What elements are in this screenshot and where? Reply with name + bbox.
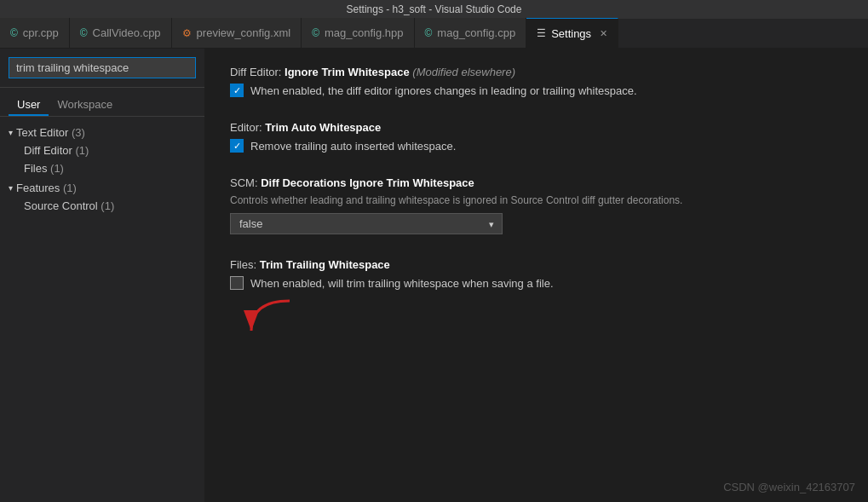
tab-icon-cpr-cpp: © [10,27,18,39]
tab-label-mag-config-cpp: mag_config.cpp [437,26,515,39]
settings-tab-user[interactable]: User [9,95,49,116]
tabbar: © cpr.cpp © CallVideo.cpp ⚙ preview_conf… [0,19,868,49]
checkbox-editor-trim-auto[interactable] [230,139,244,153]
search-container [0,57,204,88]
settings-tab-workspace[interactable]: Workspace [49,95,121,116]
checkbox-diff-editor-ignore-trim[interactable] [230,84,244,97]
dropdown-scm-diff-decorations[interactable]: falsetrueleadingtrailing [230,213,503,234]
titlebar: Settings - h3_soft - Visual Studio Code [0,0,868,19]
tab-label-cpr-cpp: cpr.cpp [23,26,59,39]
tab-preview-config-xml[interactable]: ⚙ preview_config.xml [172,18,302,48]
tab-mag-config-cpp[interactable]: © mag_config.cpp [415,18,527,48]
red-arrow-icon [239,297,307,339]
setting-title-diff-editor-ignore-trim: Diff Editor: Ignore Trim Whitespace (Mod… [230,66,842,78]
search-input[interactable] [9,57,196,78]
tree-group-features: ▾ Features (1) Source Control (1) [0,179,204,215]
tab-label-callvideo-cpp: CallVideo.cpp [93,26,161,39]
arrow-annotation-files-trim-trailing [239,297,842,342]
tab-icon-preview-config-xml: ⚙ [182,27,192,39]
tab-label-preview-config-xml: preview_config.xml [197,26,291,39]
setting-block-editor-trim-auto: Editor: Trim Auto WhitespaceRemove trail… [230,121,842,153]
setting-block-scm-diff-decorations: SCM: Diff Decorations Ignore Trim Whites… [230,176,842,234]
watermark: CSDN @weixin_42163707 [723,481,855,493]
sidebar: UserWorkspace ▾ Text Editor (3) Diff Edi… [0,49,204,502]
tree-item-diff-editor[interactable]: Diff Editor (1) [0,141,204,159]
settings-content: Diff Editor: Ignore Trim Whitespace (Mod… [204,49,868,502]
tree-item-source-control[interactable]: Source Control (1) [0,197,204,215]
tree-group-text-editor: ▾ Text Editor (3) Diff Editor (1)Files (… [0,124,204,177]
tab-callvideo-cpp[interactable]: © CallVideo.cpp [70,18,172,48]
dropdown-wrapper-scm-diff-decorations: falsetrueleadingtrailing▾ [230,213,503,234]
setting-desc-scm-diff-decorations: Controls whether leading and trailing wh… [230,194,842,206]
settings-tab-bar: UserWorkspace [0,88,204,117]
tab-label-settings: Settings [551,27,591,40]
setting-title-files-trim-trailing: Files: Trim Trailing Whitespace [230,258,842,271]
chevron-text-editor-icon: ▾ [9,128,13,137]
checkbox-row-diff-editor-ignore-trim: When enabled, the diff editor ignores ch… [230,84,842,97]
tree-label-files: Files (1) [24,162,64,175]
tree-label-text-editor: Text Editor (3) [16,126,85,139]
chevron-features-icon: ▾ [9,183,13,193]
setting-block-files-trim-trailing: Files: Trim Trailing WhitespaceWhen enab… [230,258,842,342]
tree-label-source-control: Source Control (1) [24,199,114,212]
checkbox-row-editor-trim-auto: Remove trailing auto inserted whitespace… [230,139,842,153]
checkbox-label-editor-trim-auto: Remove trailing auto inserted whitespace… [250,140,456,153]
tab-icon-mag-config-hpp: © [312,27,319,39]
tab-label-mag-config-hpp: mag_config.hpp [325,26,404,39]
titlebar-text: Settings - h3_soft - Visual Studio Code [347,3,522,15]
tab-icon-settings: ☰ [537,27,546,39]
tab-mag-config-hpp[interactable]: © mag_config.hpp [302,18,414,48]
tree-item-features[interactable]: ▾ Features (1) [0,179,204,197]
tab-settings[interactable]: ☰ Settings ✕ [526,18,618,48]
tab-icon-callvideo-cpp: © [80,27,88,39]
settings-tree: ▾ Text Editor (3) Diff Editor (1)Files (… [0,117,204,223]
checkbox-row-files-trim-trailing: When enabled, will trim trailing whitesp… [230,276,842,290]
tab-icon-mag-config-cpp: © [425,27,433,39]
tab-cpr-cpp[interactable]: © cpr.cpp [0,18,70,48]
tree-item-text-editor[interactable]: ▾ Text Editor (3) [0,124,204,141]
tab-close-settings[interactable]: ✕ [600,28,607,39]
checkbox-files-trim-trailing[interactable] [230,276,244,290]
setting-title-scm-diff-decorations: SCM: Diff Decorations Ignore Trim Whites… [230,176,842,189]
setting-block-diff-editor-ignore-trim: Diff Editor: Ignore Trim Whitespace (Mod… [230,66,842,97]
tree-label-features: Features (1) [16,182,77,194]
checkbox-label-files-trim-trailing: When enabled, will trim trailing whitesp… [250,277,554,290]
checkbox-label-diff-editor-ignore-trim: When enabled, the diff editor ignores ch… [250,84,637,97]
tree-label-diff-editor: Diff Editor (1) [24,144,89,157]
tree-item-files[interactable]: Files (1) [0,159,204,177]
main-layout: UserWorkspace ▾ Text Editor (3) Diff Edi… [0,49,868,502]
setting-title-editor-trim-auto: Editor: Trim Auto Whitespace [230,121,842,134]
